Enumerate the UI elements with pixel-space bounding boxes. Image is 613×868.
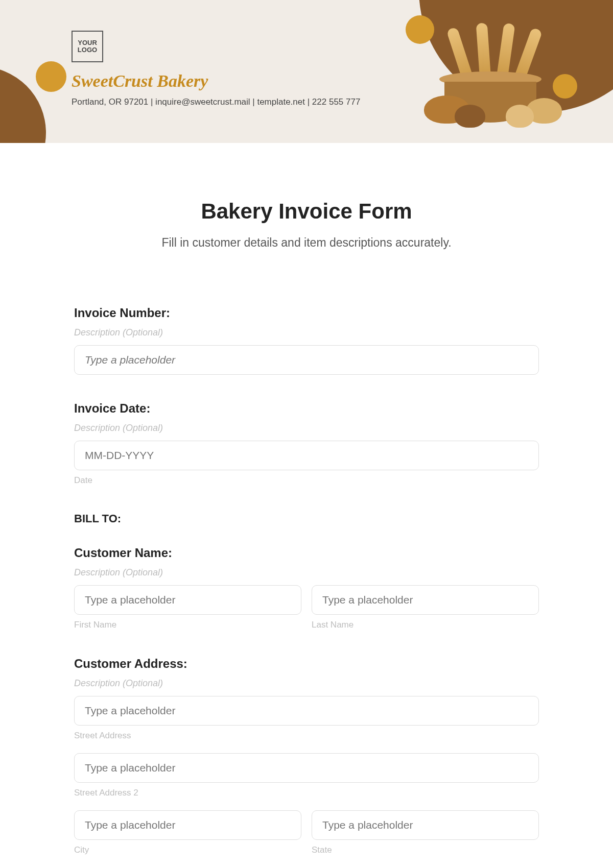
sublabel-state: State	[312, 845, 539, 855]
page-subtitle: Fill in customer details and item descri…	[74, 236, 539, 250]
field-customer-name: Customer Name: Description (Optional) Fi…	[74, 546, 539, 630]
description-optional: Description (Optional)	[74, 327, 539, 338]
street-address-2-input[interactable]	[74, 753, 539, 783]
sublabel-date: Date	[74, 475, 539, 486]
sublabel-street-address: Street Address	[74, 731, 539, 741]
label-invoice-number: Invoice Number:	[74, 306, 539, 320]
label-customer-address: Customer Address:	[74, 657, 539, 671]
label-invoice-date: Invoice Date:	[74, 401, 539, 416]
logo-placeholder: YOUR LOGO	[72, 31, 103, 62]
label-customer-name: Customer Name:	[74, 546, 539, 560]
last-name-input[interactable]	[312, 585, 539, 615]
invoice-date-input[interactable]	[74, 441, 539, 470]
sublabel-street-address-2: Street Address 2	[74, 788, 539, 798]
description-optional: Description (Optional)	[74, 678, 539, 689]
field-customer-address: Customer Address: Description (Optional)…	[74, 657, 539, 855]
form-page: Bakery Invoice Form Fill in customer det…	[74, 143, 539, 855]
field-invoice-date: Invoice Date: Description (Optional) Dat…	[74, 401, 539, 486]
invoice-number-input[interactable]	[74, 345, 539, 375]
description-optional: Description (Optional)	[74, 567, 539, 578]
state-input[interactable]	[312, 810, 539, 840]
description-optional: Description (Optional)	[74, 423, 539, 433]
page-title: Bakery Invoice Form	[74, 199, 539, 224]
contact-line: Portland, OR 97201 | inquire@sweetcrust.…	[72, 97, 360, 107]
brand-name: SweetCrust Bakery	[72, 71, 208, 91]
bread-basket-image	[424, 36, 557, 128]
city-input[interactable]	[74, 810, 301, 840]
section-bill-to: BILL TO:	[74, 512, 539, 525]
field-invoice-number: Invoice Number: Description (Optional)	[74, 306, 539, 375]
header-banner: YOUR LOGO SweetCrust Bakery Portland, OR…	[0, 0, 613, 143]
decor-dot	[36, 61, 66, 92]
sublabel-last-name: Last Name	[312, 620, 539, 630]
sublabel-first-name: First Name	[74, 620, 301, 630]
sublabel-city: City	[74, 845, 301, 855]
street-address-input[interactable]	[74, 696, 539, 726]
first-name-input[interactable]	[74, 585, 301, 615]
